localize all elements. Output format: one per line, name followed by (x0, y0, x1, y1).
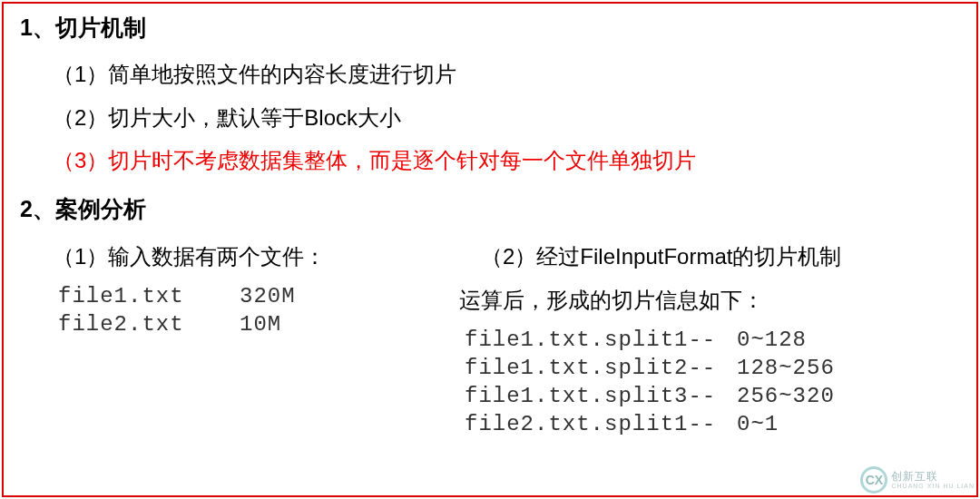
two-column-layout: （1）输入数据有两个文件： file1.txt 320M file2.txt 1… (20, 240, 960, 440)
left-subheading: （1）输入数据有两个文件： (53, 240, 452, 273)
section1-item-3: （3）切片时不考虑数据集整体，而是逐个针对每一个文件单独切片 (53, 145, 960, 176)
watermark-logo-icon: CX (860, 466, 887, 494)
right-subheading-line1: （2）经过FileInputFormat的切片机制 (459, 240, 960, 273)
table-row: file2.txt.split1-- 0~1 (465, 412, 960, 436)
section2-heading: 2、案例分析 (20, 194, 960, 224)
watermark: CX 创新互联 CHUANG XIN HU LIAN (860, 466, 975, 494)
split-range: 128~256 (737, 356, 882, 380)
table-row: file1.txt.split2-- 128~256 (465, 356, 960, 380)
section1-item-1: （1）简单地按照文件的内容长度进行切片 (53, 59, 960, 90)
split-name: file1.txt.split2-- (465, 356, 737, 380)
input-files-table: file1.txt 320M file2.txt 10M (58, 284, 452, 337)
splits-table: file1.txt.split1-- 0~128 file1.txt.split… (465, 328, 960, 436)
file-name: file2.txt (58, 312, 240, 337)
split-range: 0~128 (737, 328, 882, 352)
split-range: 0~1 (737, 412, 882, 436)
section1-heading: 1、切片机制 (20, 13, 960, 43)
left-column: （1）输入数据有两个文件： file1.txt 320M file2.txt 1… (53, 240, 452, 440)
table-row: file1.txt.split3-- 256~320 (465, 384, 960, 408)
split-name: file1.txt.split3-- (465, 384, 737, 408)
table-row: file2.txt 10M (58, 312, 452, 337)
file-size: 10M (240, 312, 330, 337)
split-name: file1.txt.split1-- (465, 328, 737, 352)
watermark-text: 创新互联 CHUANG XIN HU LIAN (891, 471, 975, 490)
split-name: file2.txt.split1-- (465, 412, 737, 436)
right-column: （2）经过FileInputFormat的切片机制 运算后，形成的切片信息如下：… (459, 240, 960, 440)
right-subheading-line2: 运算后，形成的切片信息如下： (459, 284, 960, 317)
table-row: file1.txt.split1-- 0~128 (465, 328, 960, 352)
section1-item-2: （2）切片大小，默认等于Block大小 (53, 103, 960, 133)
file-size: 320M (240, 284, 330, 308)
document-frame: 1、切片机制 （1）简单地按照文件的内容长度进行切片 （2）切片大小，默认等于B… (2, 2, 978, 497)
watermark-en: CHUANG XIN HU LIAN (891, 483, 975, 490)
split-range: 256~320 (737, 384, 882, 408)
watermark-cn: 创新互联 (891, 471, 975, 483)
table-row: file1.txt 320M (58, 284, 452, 308)
file-name: file1.txt (58, 284, 240, 308)
